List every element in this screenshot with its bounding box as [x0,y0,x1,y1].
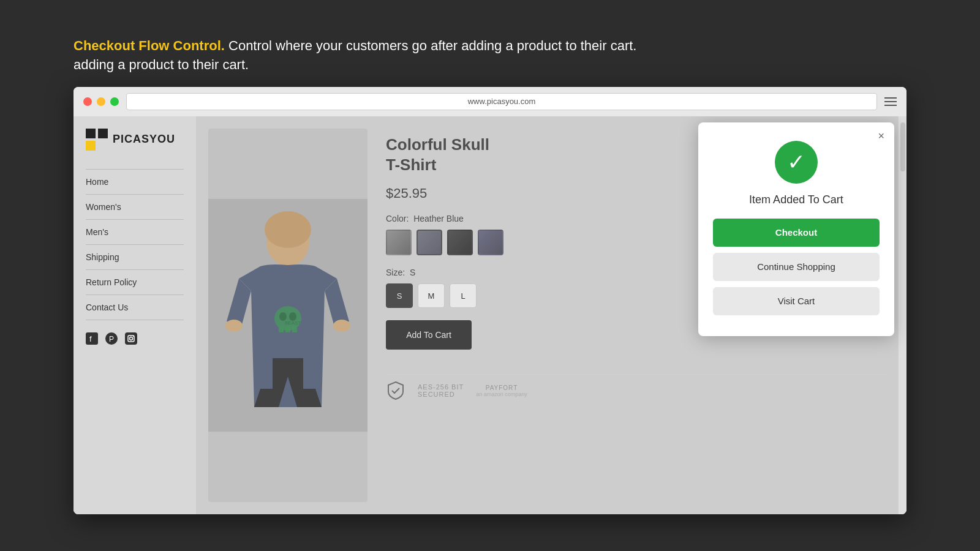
svg-rect-2 [98,129,108,138]
popup-modal: × ✓ Item Added To Cart Checkout Continue… [698,122,894,336]
svg-text:P: P [109,335,114,343]
popup-title: Item Added To Cart [749,193,843,206]
menu-line-3 [884,105,897,106]
page-wrapper: Checkout Flow Control. Control where you… [49,24,931,527]
sidebar: PICASYOU Home Women's Men's Shipping Ret… [74,116,196,514]
svg-text:f: f [89,334,92,343]
nav-item-contact-us[interactable]: Contact Us [86,295,184,320]
browser-toolbar: www.picasyou.com [74,87,907,116]
svg-rect-0 [86,129,96,138]
browser-dots [83,97,119,106]
website-content: PICASYOU Home Women's Men's Shipping Ret… [74,116,907,514]
browser-url-bar[interactable]: www.picasyou.com [126,93,877,110]
svg-point-10 [133,335,134,337]
checkout-button[interactable]: Checkout [713,219,880,247]
browser-menu-button[interactable] [884,97,897,106]
site-logo: PICASYOU [86,129,184,151]
facebook-icon[interactable]: f [86,332,98,348]
dot-red[interactable] [83,97,92,106]
svg-rect-7 [125,332,137,345]
logo-text: PICASYOU [113,133,175,146]
headline-brand: Checkout Flow Control. [74,38,225,53]
logo-icon [86,129,108,151]
svg-rect-1 [86,141,96,151]
headline-line2: adding a product to their cart. [74,57,249,72]
headline-section: Checkout Flow Control. Control where you… [74,37,907,75]
nav-item-womens[interactable]: Women's [86,195,184,220]
social-icons: f P [86,332,184,348]
nav-item-home[interactable]: Home [86,170,184,195]
instagram-icon[interactable] [125,332,137,348]
menu-line-1 [884,97,897,99]
headline-description: Control where your customers go after ad… [225,38,637,53]
svg-rect-3 [86,332,98,345]
visit-cart-button[interactable]: Visit Cart [713,287,880,315]
checkmark-icon: ✓ [787,151,805,173]
nav-item-shipping[interactable]: Shipping [86,245,184,270]
nav-list: Home Women's Men's Shipping Return Polic… [86,169,184,320]
menu-line-2 [884,101,897,102]
continue-shopping-button[interactable]: Continue Shopping [713,253,880,281]
browser-window: www.picasyou.com [74,87,907,514]
dot-green[interactable] [110,97,119,106]
url-text: www.picasyou.com [468,97,536,106]
success-circle: ✓ [775,141,818,184]
main-content: BEAST [196,116,907,514]
nav-item-mens[interactable]: Men's [86,220,184,245]
pinterest-icon[interactable]: P [105,332,118,348]
dot-yellow[interactable] [97,97,105,106]
nav-item-return-policy[interactable]: Return Policy [86,270,184,295]
popup-close-button[interactable]: × [878,130,884,143]
